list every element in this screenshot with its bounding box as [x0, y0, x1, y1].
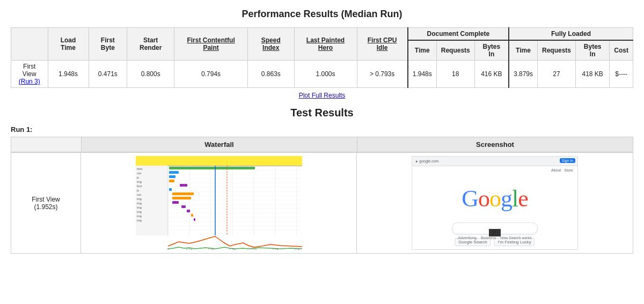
svg-text:2.0s: 2.0s — [251, 248, 257, 250]
cell-load-time: 1.948s — [48, 61, 89, 88]
run-link[interactable]: (Run 3) — [19, 78, 40, 85]
plot-link-wrapper: Plot Full Results — [11, 91, 633, 99]
svg-text:css: css — [137, 193, 142, 196]
svg-rect-37 — [191, 214, 193, 217]
col-header-start-render: Start Render — [127, 28, 174, 61]
corner-cell — [11, 28, 48, 61]
table-row: First View (Run 3) 1.948s 0.471s 0.800s … — [11, 61, 633, 88]
group-header-fully-loaded: Fully Loaded — [509, 28, 633, 41]
svg-rect-29 — [180, 184, 184, 187]
svg-text:3.0s: 3.0s — [294, 248, 299, 250]
waterfall-image: html css js img font js css img img img … — [136, 156, 302, 250]
svg-rect-28 — [169, 180, 174, 182]
performance-table: Load Time First Byte Start Render First … — [11, 27, 633, 88]
col-header-dc-requests: Requests — [436, 40, 474, 61]
col-header-speed-index: Speed Index — [248, 28, 294, 61]
first-view-label: First View (1.952s) — [11, 152, 81, 253]
svg-text:html: html — [137, 167, 142, 170]
svg-text:img: img — [137, 202, 142, 205]
svg-text:css: css — [137, 172, 142, 175]
svg-rect-31 — [169, 188, 172, 191]
svg-rect-25 — [169, 167, 255, 169]
svg-rect-27 — [169, 175, 175, 178]
screenshot-image: ● google.com Sign in AboutStore Google — [412, 156, 578, 250]
svg-rect-35 — [181, 205, 186, 208]
col-header-dc-time: Time — [408, 40, 437, 61]
col-header-load-time: Load Time — [48, 28, 89, 61]
waterfall-header: Waterfall — [81, 137, 357, 152]
svg-rect-0 — [136, 156, 302, 166]
cell-first-byte: 0.471s — [89, 61, 127, 88]
svg-text:img: img — [137, 180, 142, 183]
svg-rect-26 — [169, 171, 179, 174]
sign-in-button: Sign in — [560, 158, 575, 163]
cell-fl-requests: 27 — [538, 61, 576, 88]
cell-cost: $---- — [610, 61, 633, 88]
col-header-last-painted-hero: Last Painted Hero — [294, 28, 357, 61]
cell-last-painted-hero: 1.000s — [294, 61, 357, 88]
cell-dc-time: 1.948s — [408, 61, 437, 88]
col-header-fl-time: Time — [509, 40, 538, 61]
cell-fl-bytes-in: 418 KB — [576, 61, 610, 88]
svg-rect-38 — [194, 218, 195, 221]
svg-rect-36 — [187, 210, 190, 212]
cell-first-contentful-paint: 0.794s — [174, 61, 248, 88]
col-header-first-cpu-idle: First CPU Idle — [357, 28, 408, 61]
results-corner — [11, 137, 81, 152]
waterfall-cell: html css js img font js css img img img … — [81, 152, 357, 253]
cell-dc-requests: 18 — [436, 61, 474, 88]
performance-table-wrapper: Load Time First Byte Start Render First … — [11, 27, 633, 88]
col-header-first-byte: First Byte — [89, 28, 127, 61]
svg-text:font: font — [137, 184, 142, 188]
run-label: Run 1: — [11, 125, 633, 134]
col-header-dc-bytes-in: Bytes In — [474, 40, 509, 61]
svg-text:img: img — [137, 210, 142, 213]
svg-rect-34 — [172, 201, 179, 204]
svg-text:img: img — [137, 197, 142, 201]
svg-text:js: js — [136, 176, 139, 179]
plot-full-results-link[interactable]: Plot Full Results — [299, 92, 346, 99]
svg-rect-2 — [136, 166, 168, 235]
col-header-cost: Cost — [610, 40, 633, 61]
page-title: Performance Results (Median Run) — [11, 9, 633, 20]
col-header-fl-bytes-in: Bytes In — [576, 40, 610, 61]
svg-text:img: img — [137, 206, 142, 209]
svg-rect-32 — [172, 192, 194, 195]
row-label: First View (Run 3) — [11, 61, 48, 88]
group-header-document-complete: Document Complete — [408, 28, 509, 41]
screenshot-header: Screenshot — [357, 137, 633, 152]
results-grid: Waterfall Screenshot First View (1.952s) — [11, 137, 633, 254]
test-results-title: Test Results — [11, 107, 633, 119]
svg-text:0.5s: 0.5s — [186, 248, 192, 250]
cell-speed-index: 0.863s — [248, 61, 294, 88]
cell-dc-bytes-in: 416 KB — [474, 61, 509, 88]
svg-rect-30 — [184, 184, 187, 187]
svg-text:img: img — [137, 219, 142, 222]
cell-fl-time: 3.879s — [509, 61, 538, 88]
cell-start-render: 0.800s — [127, 61, 174, 88]
svg-text:1.0s: 1.0s — [208, 248, 214, 250]
screenshot-cell: ● google.com Sign in AboutStore Google — [357, 152, 633, 253]
svg-text:js: js — [136, 189, 139, 192]
cell-first-cpu-idle: > 0.793s — [357, 61, 408, 88]
svg-text:img: img — [137, 214, 142, 218]
svg-rect-33 — [172, 197, 191, 199]
svg-text:2.5s: 2.5s — [272, 248, 278, 250]
svg-text:1.5s: 1.5s — [229, 248, 235, 250]
col-header-first-contentful-paint: First Contentful Paint — [174, 28, 248, 61]
col-header-fl-requests: Requests — [538, 40, 576, 61]
